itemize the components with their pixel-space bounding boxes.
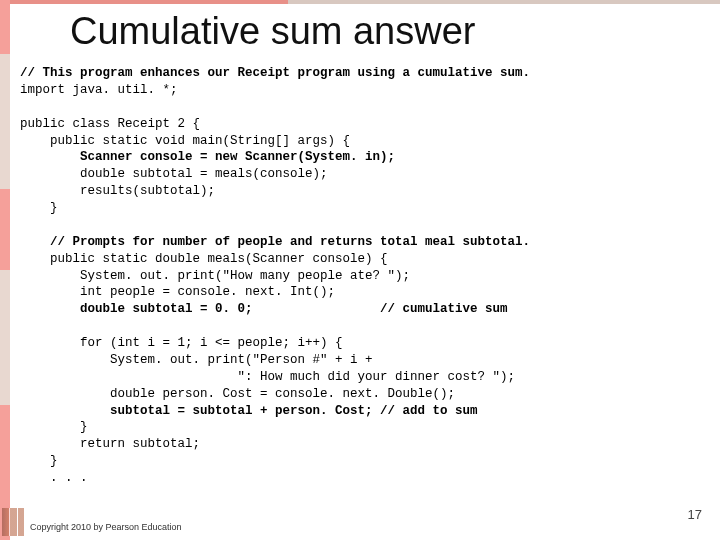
slide-title: Cumulative sum answer [70, 10, 710, 53]
code-main: public static void main(String[] args) { [20, 134, 350, 148]
code-block: // This program enhances our Receipt pro… [20, 65, 710, 487]
code-brace: } [20, 201, 58, 215]
code-subtotal-init: double subtotal = 0. 0; [20, 302, 253, 316]
top-accent-stripe [0, 0, 720, 4]
page-number: 17 [688, 507, 702, 522]
code-cumulative-comment: // cumulative sum [253, 302, 508, 316]
code-add-comment: // add to sum [373, 404, 478, 418]
code-return: return subtotal; [20, 437, 200, 451]
code-add: subtotal = subtotal + person. Cost; [20, 404, 373, 418]
code-brace2: } [20, 420, 88, 434]
code-person-prompt: System. out. print("Person #" + i + [20, 353, 373, 367]
code-prompt: System. out. print("How many people ate?… [20, 269, 410, 283]
code-subtotal-call: double subtotal = meals(console); [20, 167, 328, 181]
book-thumbnail [2, 508, 24, 536]
code-ellipsis: . . . [20, 471, 88, 485]
copyright-text: Copyright 2010 by Pearson Education [30, 522, 182, 532]
code-person-prompt2: ": How much did your dinner cost? "); [20, 370, 515, 384]
code-for: for (int i = 1; i <= people; i++) { [20, 336, 343, 350]
code-personcost: double person. Cost = console. next. Dou… [20, 387, 455, 401]
slide-content: Cumulative sum answer // This program en… [20, 10, 710, 487]
code-results-call: results(subtotal); [20, 184, 215, 198]
code-comment-header: // This program enhances our Receipt pro… [20, 66, 530, 80]
code-import: import java. util. *; [20, 83, 178, 97]
code-meals-comment: // Prompts for number of people and retu… [20, 235, 530, 249]
code-brace3: } [20, 454, 58, 468]
code-class: public class Receipt 2 { [20, 117, 200, 131]
code-people: int people = console. next. Int(); [20, 285, 335, 299]
code-scanner: Scanner console = new Scanner(System. in… [20, 150, 395, 164]
left-accent-stripe [0, 0, 10, 540]
code-meals-sig: public static double meals(Scanner conso… [20, 252, 388, 266]
